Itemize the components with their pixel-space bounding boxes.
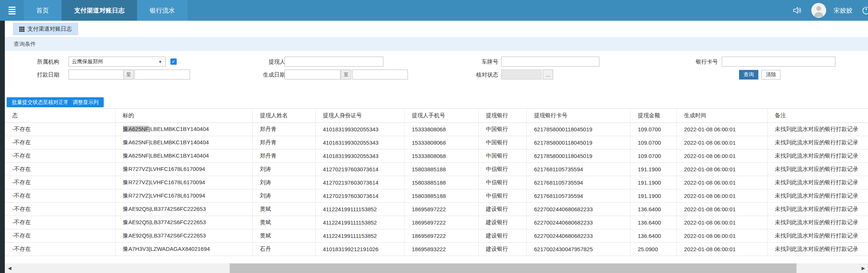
adjust-columns-button[interactable]: 调整显示列 — [67, 97, 104, 107]
table-row[interactable]: -不存在豫A625NF|LBELMBKC1BY140404郑丹青41018319… — [5, 136, 868, 149]
org-select[interactable]: 云鹰保服郑州 ▼ — [69, 57, 166, 67]
table-cell: 2022-01-08 06:00:01 — [676, 136, 767, 149]
nav-tab-bank-flow[interactable]: 银行流水 — [137, 0, 187, 21]
table-cell: 109.0700 — [630, 136, 676, 149]
table-cell: -不存在 — [5, 123, 115, 136]
scroll-right-arrow-icon[interactable]: ▶ — [859, 263, 867, 273]
table-row[interactable]: -不存在豫R727VZ|LVHFC1678L6170094刘涛412702197… — [5, 176, 868, 189]
column-header: 提现银行 — [478, 109, 526, 123]
table-cell: -不存在 — [5, 243, 115, 256]
scrollbar-thumb[interactable] — [230, 263, 797, 273]
batch-submit-button[interactable]: 批量提交状态至核对正常 — [7, 97, 74, 107]
table-row[interactable]: -不存在豫A625NF|LBELMBKC1BY140404郑丹青41018319… — [5, 149, 868, 163]
bankcard-input[interactable] — [722, 57, 835, 67]
column-header: 提现金额 — [630, 109, 676, 123]
column-header: 提现人身份证号 — [315, 109, 404, 123]
column-header: 提现人姓名 — [252, 109, 315, 123]
table-cell: 豫R727VZ|LVHFC1678L6170094 — [115, 189, 252, 203]
table-cell: 410183199302055343 — [315, 136, 404, 149]
table-cell: 中国银行 — [478, 149, 526, 163]
table-cell: 136.6400 — [630, 229, 676, 243]
table-cell: 未找到此流水对应的银行打款记录 — [767, 243, 868, 256]
table-cell: 未找到此流水对应的银行打款记录 — [767, 176, 868, 189]
logout-power-icon[interactable] — [860, 4, 868, 17]
table-cell: 2022-01-08 06:00:01 — [676, 123, 767, 136]
plate-input[interactable] — [501, 57, 599, 67]
main-content: 支付渠道对账日志 查询条件 所属机构 云鹰保服郑州 ▼ ✓ 提现人 车牌号 银行… — [5, 21, 868, 273]
table-cell: 刘涛 — [252, 189, 315, 203]
table-cell: 411224199111153852 — [315, 216, 404, 229]
table-cell: 未找到此流水对应的银行打款记录 — [767, 189, 868, 203]
pay-date-start-input[interactable] — [69, 70, 124, 80]
table-row[interactable]: -不存在豫A625NF|LBELMBKC1BY140404郑丹青41018319… — [5, 123, 868, 136]
user-name[interactable]: 宋姣姣 — [834, 6, 852, 15]
table-cell: 豫AE92Q5|LB37742S6FC222653 — [115, 229, 252, 243]
pay-date-end-input[interactable] — [134, 70, 190, 80]
scroll-left-arrow-icon[interactable]: ◀ — [6, 263, 14, 273]
table-row[interactable]: -不存在豫A7H3V3|LZWADAGAX84021694石丹410183199… — [5, 243, 868, 256]
gen-date-end-input[interactable] — [352, 70, 408, 80]
selected-text: 豫A625NF — [123, 126, 149, 132]
open-tab-payment-reconciliation-log[interactable]: 支付渠道对账日志 — [13, 23, 78, 35]
table-cell: 未找到此流水对应的银行打款记录 — [767, 163, 868, 176]
table-cell: 黄斌 — [252, 203, 315, 216]
nav-tab-payment-reconciliation-log[interactable]: 支付渠道对账日志 — [61, 0, 137, 21]
table-cell: 2022-01-08 06:00:01 — [676, 163, 767, 176]
horizontal-scrollbar[interactable]: ◀ ▶ — [5, 263, 868, 273]
table-cell: 建设银行 — [478, 243, 526, 256]
table-cell: 6217002430047957825 — [526, 243, 630, 256]
table-cell: 豫R727VZ|LVHFC1678L6170094 — [115, 163, 252, 176]
table-cell: 411224199111153852 — [315, 203, 404, 216]
reconciliation-table-wrapper: 态标的提现人姓名提现人身份证号提现人手机号提现银行提现银行卡号提现金额生成时间备… — [5, 108, 868, 256]
search-button[interactable]: 查询 — [739, 70, 758, 80]
volume-icon[interactable] — [791, 4, 804, 17]
table-cell: 未找到此流水对应的银行打款记录 — [767, 136, 868, 149]
column-header: 标的 — [115, 109, 252, 123]
table-row[interactable]: -不存在豫AE92Q5|LB37742S6FC222653黄斌411224199… — [5, 229, 868, 243]
table-cell: 6217681105735594 — [526, 189, 630, 203]
user-avatar[interactable] — [811, 3, 826, 18]
query-condition-header: 查询条件 — [5, 37, 868, 51]
gen-date-label: 生成日期 — [252, 70, 285, 80]
check-status-picker-button[interactable]: ... — [543, 70, 553, 80]
table-cell: 411224199111153852 — [315, 229, 404, 243]
nav-tab-home[interactable]: 首页 — [24, 0, 61, 21]
table-cell: -不存在 — [5, 189, 115, 203]
table-cell: 中信银行 — [478, 189, 526, 203]
table-cell: 6227002440680682233 — [526, 203, 630, 216]
table-cell: 6227002440680682233 — [526, 216, 630, 229]
table-cell: -不存在 — [5, 176, 115, 189]
table-row[interactable]: -不存在豫R727VZ|LVHFC1678L6170094刘涛412702197… — [5, 189, 868, 203]
query-form: 所属机构 云鹰保服郑州 ▼ ✓ 提现人 车牌号 银行卡号 打款日期 至 生成日期… — [5, 51, 868, 97]
column-header: 生成时间 — [676, 109, 767, 123]
sidebar-toggle-button[interactable] — [0, 0, 24, 21]
table-row[interactable]: -不存在豫AE92Q5|LB37742S6FC222653黄斌411224199… — [5, 216, 868, 229]
check-status-input[interactable] — [501, 70, 542, 80]
table-cell: 15803885188 — [404, 163, 478, 176]
table-cell: -不存在 — [5, 136, 115, 149]
gen-date-start-input[interactable] — [285, 70, 340, 80]
pay-date-label: 打款日期 — [26, 70, 59, 80]
table-cell: 未找到此流水对应的银行打款记录 — [767, 149, 868, 163]
table-cell: 中国银行 — [478, 123, 526, 136]
table-row[interactable]: -不存在豫R727VZ|LVHFC1678L6170094刘涛412702197… — [5, 163, 868, 176]
table-cell: 建设银行 — [478, 229, 526, 243]
table-cell: 石丹 — [252, 243, 315, 256]
table-cell: 6217681105735594 — [526, 176, 630, 189]
table-cell: 2022-01-08 06:00:01 — [676, 216, 767, 229]
table-cell: 豫A7H3V3|LZWADAGAX84021694 — [115, 243, 252, 256]
column-header: 提现人手机号 — [404, 109, 478, 123]
table-cell: 15333808068 — [404, 149, 478, 163]
table-cell: 109.0700 — [630, 149, 676, 163]
org-checkbox[interactable]: ✓ — [170, 58, 177, 65]
withdrawer-input[interactable] — [285, 57, 383, 67]
column-header: 提现银行卡号 — [526, 109, 630, 123]
table-cell: 2022-01-08 06:00:01 — [676, 243, 767, 256]
withdrawer-label: 提现人 — [252, 57, 285, 67]
table-cell: 18695897222 — [404, 216, 478, 229]
table-row[interactable]: -不存在豫AE92Q5|LB37742S6FC222653黄斌411224199… — [5, 203, 868, 216]
table-cell: 郑丹青 — [252, 123, 315, 136]
clear-button[interactable]: 清除 — [761, 70, 781, 80]
open-tab-label: 支付渠道对账日志 — [27, 26, 72, 33]
table-cell: 黄斌 — [252, 216, 315, 229]
